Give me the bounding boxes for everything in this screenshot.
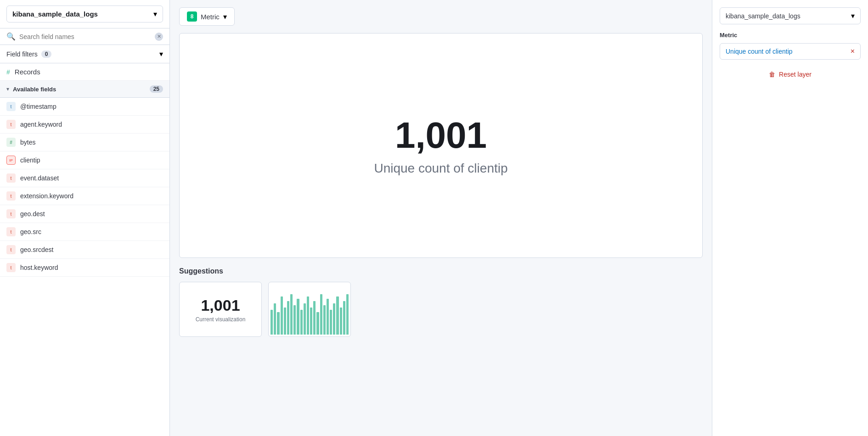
metric-tag: Unique count of clientip × [720, 43, 861, 60]
bar [346, 294, 349, 335]
field-type-text-icon: t [6, 173, 16, 183]
bar [284, 307, 286, 335]
field-name: agent.keyword [20, 121, 62, 128]
bar [281, 296, 283, 335]
bar [290, 294, 293, 335]
clear-icon[interactable]: ✕ [155, 33, 163, 41]
top-bar: 8 Metric ▾ [170, 0, 712, 33]
bar [310, 307, 312, 335]
bar [313, 301, 316, 335]
bar [271, 310, 273, 335]
field-item[interactable]: t geo.dest [0, 205, 169, 223]
metric-label: Metric [201, 13, 220, 21]
search-input[interactable] [19, 33, 151, 40]
metric-icon: 8 [187, 11, 197, 22]
bar [316, 312, 319, 335]
suggestions-section: Suggestions 1,001 Current visualization [170, 258, 712, 337]
bar [287, 301, 289, 335]
field-filters-badge: 0 [41, 50, 52, 58]
field-type-text-icon: t [6, 209, 16, 218]
reset-layer-button[interactable]: 🗑 Reset layer [720, 67, 861, 82]
field-item[interactable]: t event.dataset [0, 169, 169, 187]
sidebar: kibana_sample_data_logs ▾ 🔍 ✕ Field filt… [0, 0, 170, 436]
bar [333, 303, 335, 335]
bar [304, 303, 306, 335]
right-index-chevron: ▾ [851, 11, 855, 20]
bar-chart-suggestion-card[interactable] [268, 282, 351, 337]
field-type-text-icon: t [6, 227, 16, 236]
metric-value: 1,001 [395, 115, 487, 156]
sidebar-header: kibana_sample_data_logs ▾ [0, 0, 169, 28]
field-item[interactable]: IP clientip [0, 151, 169, 169]
bar [340, 307, 342, 335]
right-panel: kibana_sample_data_logs ▾ Metric Unique … [712, 0, 868, 436]
field-type-text-icon: t [6, 263, 16, 272]
bar [343, 301, 345, 335]
search-icon: 🔍 [6, 32, 16, 41]
suggestions-cards: 1,001 Current visualization [179, 282, 703, 337]
available-fields-count: 25 [150, 85, 163, 93]
field-item[interactable]: t agent.keyword [0, 116, 169, 134]
field-type-text-icon: t [6, 245, 16, 254]
bar [297, 299, 299, 335]
current-viz-card[interactable]: 1,001 Current visualization [179, 282, 262, 337]
bar [300, 310, 303, 335]
available-fields-label: Available fields [13, 86, 56, 93]
field-name: geo.srcdest [20, 246, 53, 253]
field-type-text-icon: t [6, 191, 16, 201]
trash-icon: 🗑 [769, 71, 775, 78]
available-fields-header[interactable]: ▾ Available fields 25 [0, 81, 169, 98]
bar [330, 310, 332, 335]
current-viz-value: 1,001 [201, 296, 240, 314]
index-selector[interactable]: kibana_sample_data_logs ▾ [6, 6, 163, 22]
right-index-selector[interactable]: kibana_sample_data_logs ▾ [720, 7, 861, 24]
right-index-label: kibana_sample_data_logs [726, 12, 800, 20]
field-name: event.dataset [20, 174, 59, 182]
field-name: host.keyword [20, 264, 58, 271]
field-type-date-icon: t [6, 102, 16, 111]
metric-dropdown[interactable]: 8 Metric ▾ [179, 7, 235, 26]
bar [323, 305, 326, 335]
bar [336, 296, 338, 335]
field-item[interactable]: t geo.src [0, 223, 169, 241]
main-content: 8 Metric ▾ 1,001 Unique count of clienti… [170, 0, 712, 436]
field-filters-label: Field filters [6, 50, 38, 58]
bar [320, 294, 322, 335]
metric-tag-remove[interactable]: × [851, 47, 855, 56]
search-box: 🔍 ✕ [0, 28, 169, 45]
field-type-number-icon: # [6, 138, 16, 147]
bar [277, 312, 279, 335]
field-item[interactable]: # bytes [0, 134, 169, 151]
metric-description: Unique count of clientip [374, 161, 507, 176]
field-name: @timestamp [20, 103, 56, 110]
field-item[interactable]: t @timestamp [0, 98, 169, 116]
field-name: clientip [20, 157, 40, 164]
field-item[interactable]: t geo.srcdest [0, 241, 169, 259]
field-name: geo.src [20, 228, 41, 235]
bar [327, 299, 329, 335]
suggestions-title: Suggestions [179, 267, 703, 275]
current-viz-label: Current visualization [196, 316, 246, 323]
records-item[interactable]: # Records [0, 63, 169, 81]
metric-chevron: ▾ [223, 12, 227, 21]
field-filters-chevron: ▾ [159, 50, 163, 58]
reset-layer-label: Reset layer [779, 71, 812, 78]
field-item[interactable]: t host.keyword [0, 259, 169, 277]
field-item[interactable]: t extension.keyword [0, 187, 169, 205]
viz-panel: 1,001 Unique count of clientip [179, 33, 703, 258]
metric-tag-label[interactable]: Unique count of clientip [726, 48, 793, 55]
field-name: bytes [20, 139, 35, 146]
collapse-icon: ▾ [6, 86, 9, 92]
field-name: extension.keyword [20, 192, 73, 200]
index-selector-label: kibana_sample_data_logs [12, 10, 98, 18]
available-fields-left: ▾ Available fields [6, 86, 56, 93]
bar [307, 296, 309, 335]
fields-list: # Records ▾ Available fields 25 t @times… [0, 63, 169, 436]
field-filters[interactable]: Field filters 0 ▾ [0, 45, 169, 63]
field-type-ip-icon: IP [6, 156, 16, 165]
bar [274, 303, 276, 335]
bar [293, 305, 296, 335]
field-name: geo.dest [20, 210, 45, 218]
records-hash-icon: # [6, 68, 10, 76]
records-label: Records [15, 68, 40, 76]
